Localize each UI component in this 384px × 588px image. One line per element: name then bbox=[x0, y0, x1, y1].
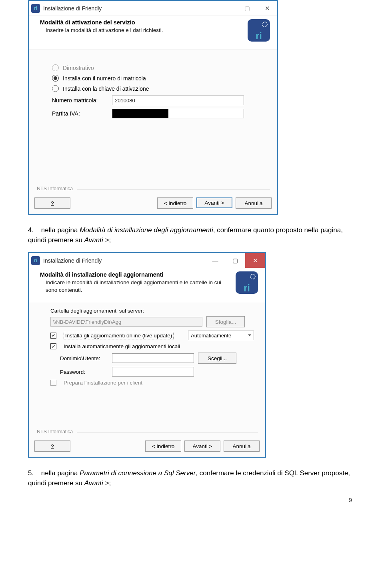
instruction-step-4: 4. nella pagina Modalità di installazion… bbox=[28, 225, 360, 245]
button-row: ? < Indietro Avanti > Annulla bbox=[29, 436, 265, 457]
label-cartella: Cartella degli aggiornamenti sul server: bbox=[50, 308, 254, 314]
banner-subtitle: Indicare le modalità di installazione de… bbox=[40, 279, 232, 293]
page-number: 9 bbox=[24, 496, 360, 503]
titlebar: ri Installazione di Friendly — ▢ ✕ bbox=[29, 1, 277, 16]
window-title: Installazione di Friendly bbox=[43, 257, 102, 264]
label-matricola: Numero matricola: bbox=[52, 97, 112, 104]
maximize-button[interactable]: ▢ bbox=[237, 1, 257, 16]
radio-matricola-label: Installa con il numero di matricola bbox=[63, 75, 146, 82]
help-button[interactable]: ? bbox=[34, 441, 70, 452]
close-button[interactable]: ✕ bbox=[257, 1, 277, 16]
next-button[interactable]: Avanti > bbox=[184, 441, 220, 452]
checkbox-local-label: Installa automaticamente gli aggiornamen… bbox=[64, 343, 180, 349]
help-button[interactable]: ? bbox=[34, 197, 70, 209]
checkbox-online[interactable]: ✓ bbox=[50, 333, 56, 339]
checkbox-client-label: Prepara l'installazione per i client bbox=[64, 380, 142, 386]
maximize-button[interactable]: ▢ bbox=[225, 253, 245, 268]
cancel-button[interactable]: Annulla bbox=[224, 441, 260, 452]
radio-chiave-label: Installa con la chiave di attivazione bbox=[63, 86, 149, 92]
instruction-step-5: 5. nella pagina Parametri di connessione… bbox=[28, 468, 360, 488]
select-mode[interactable]: Automaticamente bbox=[188, 331, 254, 340]
button-row: ? < Indietro Avanti > Annulla bbox=[29, 193, 277, 214]
banner-title: Modalità di installazione degli aggiorna… bbox=[40, 271, 232, 278]
installer-dialog-activation: ri Installazione di Friendly — ▢ ✕ Modal… bbox=[28, 0, 278, 215]
installer-dialog-updates: ri Installazione di Friendly — ▢ ✕ Modal… bbox=[28, 252, 266, 458]
checkbox-client[interactable] bbox=[50, 380, 56, 386]
window-title: Installazione di Friendly bbox=[43, 5, 102, 12]
minimize-button[interactable]: — bbox=[205, 253, 225, 268]
logo-icon: ri bbox=[248, 19, 270, 42]
label-password: Password: bbox=[60, 369, 108, 375]
close-button[interactable]: ✕ bbox=[245, 253, 265, 268]
banner-title: Modalità di attivazione del servizio bbox=[40, 19, 244, 26]
logo-icon: ri bbox=[236, 271, 258, 294]
input-domain[interactable] bbox=[112, 353, 194, 363]
input-cartella[interactable]: \\NB-DAVIDE\FriendlyDir\Agg bbox=[50, 317, 202, 327]
redacted-value bbox=[112, 109, 168, 118]
cancel-button[interactable]: Annulla bbox=[236, 197, 272, 209]
input-matricola[interactable]: 2010080 bbox=[112, 96, 244, 105]
label-domain: Domimio\Utente: bbox=[60, 355, 108, 361]
back-button[interactable]: < Indietro bbox=[145, 441, 181, 452]
radio-demo[interactable] bbox=[52, 64, 59, 71]
footer-brand: NTS Informatica bbox=[29, 429, 265, 436]
radio-chiave[interactable] bbox=[52, 85, 59, 92]
checkbox-local[interactable]: ✓ bbox=[50, 343, 56, 349]
minimize-button[interactable]: — bbox=[217, 1, 237, 16]
choose-button[interactable]: Scegli... bbox=[198, 353, 236, 364]
radio-demo-label: Dimostrativo bbox=[63, 65, 94, 71]
back-button[interactable]: < Indietro bbox=[157, 197, 193, 209]
label-piva: Partita IVA: bbox=[52, 110, 112, 117]
browse-button[interactable]: Sfoglia... bbox=[206, 316, 245, 327]
radio-matricola[interactable] bbox=[52, 75, 59, 82]
checkbox-online-label: Installa gli aggiornamenti online (live … bbox=[64, 332, 174, 339]
app-icon: ri bbox=[31, 4, 40, 13]
next-button[interactable]: Avanti > bbox=[196, 197, 232, 208]
footer-brand: NTS Informatica bbox=[29, 186, 277, 193]
banner: Modalità di installazione degli aggiorna… bbox=[29, 268, 265, 302]
banner-subtitle: Inserire la modalità di attivazione e i … bbox=[40, 27, 244, 34]
banner: Modalità di attivazione del servizio Ins… bbox=[29, 16, 277, 50]
titlebar: ri Installazione di Friendly — ▢ ✕ bbox=[29, 253, 265, 268]
app-icon: ri bbox=[31, 256, 40, 265]
input-password[interactable] bbox=[112, 367, 194, 377]
input-piva[interactable] bbox=[112, 109, 244, 118]
